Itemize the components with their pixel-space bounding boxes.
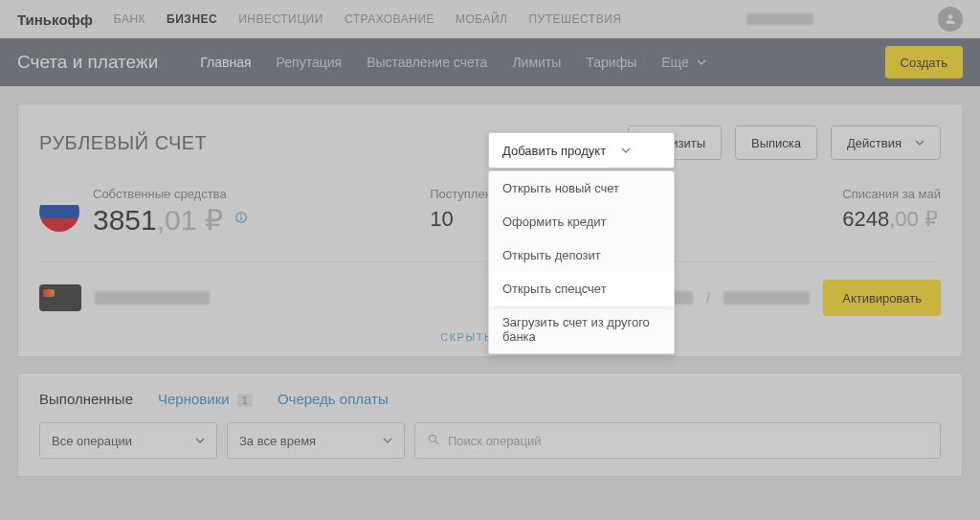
chevron-down-icon [915,136,924,150]
username-redacted [746,13,813,25]
filter-time-label: За все время [239,434,316,448]
menu-item-new-account[interactable]: Открыть новый счет [489,171,674,205]
chevron-down-icon [697,55,706,70]
chevron-down-icon [195,434,205,448]
tab-drafts[interactable]: Черновики 1 [158,391,253,407]
page-title: Счета и платежи [17,52,158,73]
tab-completed[interactable]: Выполненные [39,391,133,407]
subnav-item-main[interactable]: Главная [200,55,251,70]
statement-button[interactable]: Выписка [735,125,817,160]
menu-item-credit[interactable]: Оформить кредит [489,205,674,238]
menu-item-deposit[interactable]: Открыть депозит [489,238,674,272]
logo: Тинькофф [17,11,93,28]
tab-drafts-label: Черновики [158,391,230,407]
topnav-item-insurance[interactable]: СТРАХОВАНИЕ [345,12,434,26]
bank-card-icon[interactable] [39,284,81,311]
menu-item-special-account[interactable]: Открыть спецсчет [489,272,674,305]
add-product-button[interactable]: Добавить продукт [488,132,675,169]
subnav-item-limits[interactable]: Лимиты [512,55,561,70]
search-placeholder: Поиск операций [448,434,542,448]
create-button[interactable]: Создать [885,46,963,79]
chevron-down-icon [383,434,392,448]
operations-card: Выполненные Черновики 1 Очередь оплаты В… [17,373,963,477]
actions-button[interactable]: Действия [831,125,941,160]
account-title: РУБЛЕВЫЙ СЧЕТ [39,132,465,154]
currency-flag-rub [39,192,79,232]
filter-type-label: Все операции [52,434,132,448]
topnav-item-mobile[interactable]: МОБАЙЛ [456,12,507,26]
actions-button-label: Действия [847,136,902,150]
avatar[interactable] [938,7,963,32]
top-nav: Тинькофф БАНК БИЗНЕС ИНВЕСТИЦИИ СТРАХОВА… [0,0,980,38]
add-product-label: Добавить продукт [502,144,606,158]
outflow-amount: 6248,00 ₽ [842,207,941,232]
own-funds-amount: 3851,01 ₽ [93,203,248,237]
add-product-menu: Открыть новый счет Оформить кредит Откры… [488,170,675,354]
subnav-item-invoice[interactable]: Выставление счета [367,55,487,70]
add-product-dropdown: Добавить продукт Открыть новый счет Офор… [488,132,675,354]
chevron-down-icon [621,144,631,158]
own-funds-label: Собственные средства [93,187,248,201]
outflow-label: Списания за май [842,187,941,201]
topnav-item-invest[interactable]: ИНВЕСТИЦИИ [238,12,323,26]
filter-time-select[interactable]: За все время [227,422,405,459]
card-holder-redacted [95,291,210,305]
topnav-item-travel[interactable]: ПУТЕШЕСТВИЯ [528,12,621,26]
svg-point-2 [241,215,242,215]
subnav-item-more[interactable]: Еще [661,55,705,70]
drafts-count-badge: 1 [237,394,253,407]
tab-queue[interactable]: Очередь оплаты [278,391,389,407]
sub-nav: Счета и платежи Главная Репутация Выстав… [0,38,980,86]
activate-button[interactable]: Активировать [823,280,941,316]
card-exp-redacted [724,291,810,305]
topnav-item-business[interactable]: БИЗНЕС [167,12,217,26]
search-icon [427,433,440,449]
svg-point-3 [429,435,435,441]
topnav-item-bank[interactable]: БАНК [114,12,145,26]
svg-line-4 [435,441,438,443]
search-operations-input[interactable]: Поиск операций [414,422,941,459]
subnav-item-tariffs[interactable]: Тарифы [586,55,636,70]
subnav-item-more-label: Еще [661,55,689,70]
filter-type-select[interactable]: Все операции [39,422,217,459]
slash-divider: / [706,290,710,305]
menu-item-import-account[interactable]: Загрузить счет из другого банка [489,305,674,353]
user-icon [944,12,957,26]
subnav-item-reputation[interactable]: Репутация [277,55,343,70]
info-icon[interactable] [234,211,248,224]
